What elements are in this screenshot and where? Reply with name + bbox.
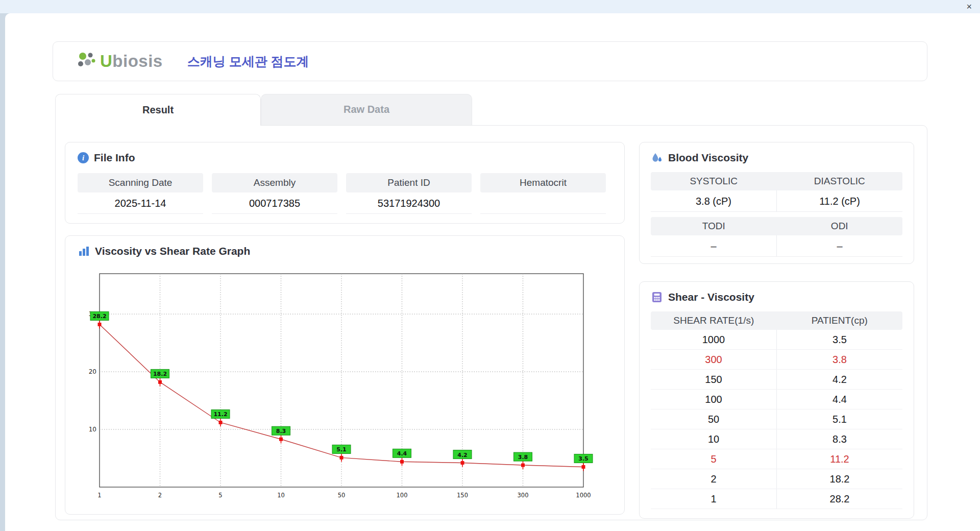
svg-text:50: 50 (338, 492, 346, 499)
shear-rate-cell: 50 (651, 409, 776, 429)
shear-rate-cell: 1000 (651, 330, 776, 349)
file-info-card: i File Info Scanning Date 2025-11-14 Ass… (65, 142, 625, 224)
systolic-header: SYSTOLIC (651, 172, 777, 190)
shear-viscosity-title: Shear - Viscosity (668, 291, 754, 303)
todi-odi-header-row: TODI ODI (651, 217, 902, 235)
table-row: 5 11.2 (651, 449, 902, 469)
field-value: 000717385 (212, 192, 337, 214)
shear-rate-cell: 150 (651, 370, 776, 389)
field-value: 53171924300 (346, 192, 472, 214)
graph-title: Viscosity vs Shear Rate Graph (95, 245, 250, 257)
info-icon: i (78, 152, 89, 163)
svg-text:20: 20 (89, 368, 96, 375)
titlebar: × (0, 0, 980, 13)
todi-value: – (651, 235, 776, 256)
systolic-value: 3.8 (cP) (651, 190, 776, 211)
svg-text:18.2: 18.2 (153, 371, 167, 377)
todi-header: TODI (651, 217, 777, 235)
svg-text:3.5: 3.5 (578, 455, 589, 462)
shear-rate-column-header: SHEAR RATE(1/s) (651, 311, 777, 330)
diastolic-value: 11.2 (cP) (776, 190, 902, 211)
svg-text:11.2: 11.2 (213, 411, 227, 418)
close-icon[interactable]: × (966, 1, 972, 12)
bar-chart-icon (78, 245, 90, 257)
header: Ubiosis 스캐닝 모세관 점도계 (53, 41, 927, 81)
patient-cell: 4.2 (776, 370, 902, 389)
shear-rate-cell: 2 (651, 469, 776, 489)
patient-cell: 3.8 (776, 350, 902, 369)
odi-header: ODI (777, 217, 903, 235)
table-row: 10 8.3 (651, 429, 902, 449)
svg-text:3.8: 3.8 (518, 454, 528, 461)
field-value (480, 192, 606, 214)
patient-cell: 18.2 (776, 469, 902, 489)
ubiosis-logo: Ubiosis (77, 51, 163, 71)
viscosity-chart: 1020301251050100150300100028.218.211.28.… (81, 271, 586, 505)
blood-viscosity-title: Blood Viscosity (668, 152, 748, 164)
table-row: 1 28.2 (651, 489, 902, 509)
shear-table-header: SHEAR RATE(1/s) PATIENT(cp) (651, 311, 902, 330)
blood-header-row: SYSTOLIC DIASTOLIC (651, 172, 902, 190)
field-label: Patient ID (346, 173, 472, 192)
field-hematocrit: Hematocrit (480, 173, 606, 214)
field-assembly: Assembly 000717385 (212, 173, 337, 214)
svg-text:5.1: 5.1 (336, 446, 347, 453)
droplet-icon (651, 152, 663, 164)
file-info-title: File Info (94, 152, 135, 164)
viscosity-graph-card: Viscosity vs Shear Rate Graph 1020301251… (65, 235, 625, 515)
shear-rate-cell: 10 (651, 429, 776, 449)
svg-text:4.4: 4.4 (397, 450, 407, 457)
calculator-grid-icon (651, 291, 663, 303)
svg-text:100: 100 (397, 492, 408, 499)
field-label: Hematocrit (480, 173, 606, 192)
table-row: 50 5.1 (651, 409, 902, 429)
svg-text:28.2: 28.2 (92, 313, 106, 320)
patient-cell: 11.2 (776, 449, 902, 469)
table-row: 1000 3.5 (651, 330, 902, 350)
field-value: 2025-11-14 (78, 192, 203, 214)
svg-text:300: 300 (518, 492, 529, 499)
field-label: Scanning Date (78, 173, 203, 192)
todi-odi-value-row: – – (651, 235, 902, 257)
diastolic-header: DIASTOLIC (777, 172, 903, 190)
shear-rate-cell: 300 (651, 350, 776, 369)
odi-value: – (776, 235, 902, 256)
file-info-fields: Scanning Date 2025-11-14 Assembly 000717… (78, 173, 612, 214)
patient-cell: 4.4 (776, 390, 902, 409)
blood-value-row: 3.8 (cP) 11.2 (cP) (651, 190, 902, 212)
shear-rate-cell: 1 (651, 489, 776, 509)
field-label: Assembly (212, 173, 337, 192)
svg-text:10: 10 (277, 492, 285, 499)
tab-result[interactable]: Result (55, 94, 261, 126)
svg-text:2: 2 (158, 492, 162, 499)
logo-text: Ubiosis (100, 52, 163, 71)
tab-raw-data[interactable]: Raw Data (261, 94, 472, 125)
table-row: 2 18.2 (651, 469, 902, 489)
shear-rate-cell: 100 (651, 390, 776, 409)
patient-column-header: PATIENT(cp) (777, 311, 903, 330)
svg-text:4.2: 4.2 (457, 452, 468, 458)
content-panel: i File Info Scanning Date 2025-11-14 Ass… (55, 125, 927, 520)
table-row: 300 3.8 (651, 350, 902, 370)
patient-cell: 8.3 (776, 429, 902, 449)
shear-rate-cell: 5 (651, 449, 776, 469)
svg-text:8.3: 8.3 (276, 428, 286, 435)
field-patient-id: Patient ID 53171924300 (346, 173, 472, 214)
table-row: 100 4.4 (651, 390, 902, 409)
patient-cell: 5.1 (776, 409, 902, 429)
patient-cell: 3.5 (776, 330, 902, 349)
table-row: 150 4.2 (651, 370, 902, 390)
shear-viscosity-card: Shear - Viscosity SHEAR RATE(1/s) PATIEN… (639, 281, 914, 519)
svg-text:5: 5 (218, 492, 222, 499)
svg-text:150: 150 (457, 492, 468, 499)
svg-text:1000: 1000 (576, 492, 591, 499)
logo-mark-icon (77, 51, 98, 71)
svg-text:1: 1 (97, 492, 101, 499)
patient-cell: 28.2 (776, 489, 902, 509)
page-title: 스캐닝 모세관 점도계 (187, 53, 309, 70)
blood-viscosity-card: Blood Viscosity SYSTOLIC DIASTOLIC 3.8 (… (639, 142, 914, 264)
svg-text:10: 10 (89, 426, 96, 433)
app-window: Ubiosis 스캐닝 모세관 점도계 Result Raw Data i Fi… (5, 13, 980, 531)
field-scanning-date: Scanning Date 2025-11-14 (78, 173, 203, 214)
